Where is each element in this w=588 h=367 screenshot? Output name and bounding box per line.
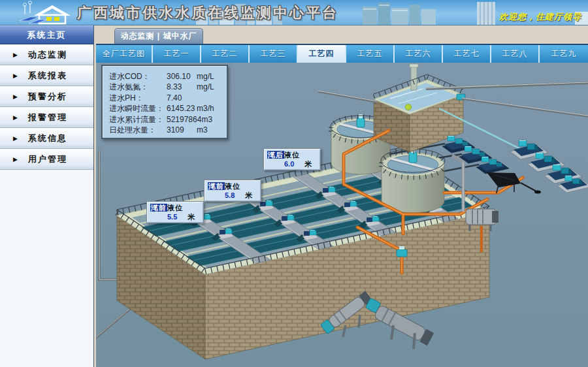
- plant-scene: 进水COD： 306.10 mg/L 进水氨氮： 8.33 mg/L 进水PH：…: [96, 63, 588, 367]
- tab-process-5[interactable]: 工艺五: [346, 45, 395, 63]
- inflow-data-panel: 进水COD： 306.10 mg/L 进水氨氮： 8.33 mg/L 进水PH：…: [101, 65, 228, 139]
- chevron-right-icon: ▶: [13, 72, 18, 79]
- tab-process-2[interactable]: 工艺二: [201, 45, 250, 63]
- clarifier-tank-2: [381, 149, 445, 213]
- panel-row: 进水PH： 7.40: [109, 93, 223, 103]
- tab-process-9[interactable]: 工艺九: [540, 45, 588, 63]
- tab-process-3[interactable]: 工艺三: [250, 45, 298, 63]
- sidebar-home[interactable]: 系统主页: [0, 25, 93, 44]
- chevron-right-icon: ▶: [13, 156, 18, 163]
- sidebar-item-system-info[interactable]: ▶ 系统信息: [0, 128, 93, 149]
- panel-row: 进水瞬时流量： 6145.23 m3/h: [109, 103, 223, 114]
- sidebar-item-system-report[interactable]: ▶ 系统报表: [0, 65, 93, 86]
- panel-row: 日处理水量： 3109 m3: [109, 125, 223, 135]
- panel-row: 进水氨氮： 8.33 mg/L: [109, 82, 223, 92]
- tab-process-1[interactable]: 工艺一: [153, 45, 201, 63]
- tab-process-6[interactable]: 工艺六: [395, 45, 443, 63]
- breadcrumb[interactable]: 动态监测 | 城中水厂: [114, 28, 203, 44]
- tab-process-8[interactable]: 工艺八: [491, 45, 540, 63]
- panel-row: 进水累计流量： 52197864 m3: [109, 114, 223, 125]
- sidebar-item-warning-analysis[interactable]: ▶ 预警分析: [0, 86, 93, 107]
- logo-house-icon: [20, 1, 71, 24]
- content-area: 动态监测 | 城中水厂 全厂工艺图 工艺一 工艺二 工艺三 工艺四 工艺五 工艺…: [94, 25, 588, 367]
- tab-process-7[interactable]: 工艺七: [443, 45, 491, 63]
- sidebar-item-dynamic-monitor[interactable]: ▶ 动态监测: [0, 44, 93, 65]
- page-title: 广西城市供水水质在线监测中心平台: [77, 3, 338, 23]
- chevron-right-icon: ▶: [13, 114, 18, 121]
- chevron-right-icon: ▶: [13, 135, 18, 142]
- app-header: 广西城市供水水质在线监测中心平台 欢迎您，住建厅领导: [0, 0, 588, 25]
- welcome-text: 欢迎您，住建厅领导: [499, 11, 581, 23]
- tab-plant-overview[interactable]: 全厂工艺图: [96, 45, 153, 63]
- breadcrumb-strip: 动态监测 | 城中水厂: [96, 25, 588, 44]
- level-label-before-decant-2: 滗前液位 5.5米: [146, 201, 204, 223]
- panel-row: 进水COD： 306.10 mg/L: [109, 71, 223, 82]
- sidebar-item-user-management[interactable]: ▶ 用户管理: [0, 149, 93, 170]
- main-layout: 系统主页 ▶ 动态监测 ▶ 系统报表 ▶ 预警分析 ▶ 报警管理 ▶ 系统信息 …: [0, 25, 588, 367]
- chevron-right-icon: ▶: [13, 93, 18, 100]
- level-label-after-decant: 滗后液位 6.0米: [263, 148, 321, 170]
- level-label-before-decant-1: 滗前液位 5.8米: [204, 180, 261, 202]
- tab-process-4[interactable]: 工艺四: [298, 45, 346, 63]
- sidebar-menu: 系统主页 ▶ 动态监测 ▶ 系统报表 ▶ 预警分析 ▶ 报警管理 ▶ 系统信息 …: [0, 25, 94, 367]
- process-tab-bar: 全厂工艺图 工艺一 工艺二 工艺三 工艺四 工艺五 工艺六 工艺七 工艺八 工艺…: [96, 44, 588, 63]
- sidebar-item-alarm-management[interactable]: ▶ 报警管理: [0, 107, 93, 128]
- chevron-right-icon: ▶: [13, 52, 18, 58]
